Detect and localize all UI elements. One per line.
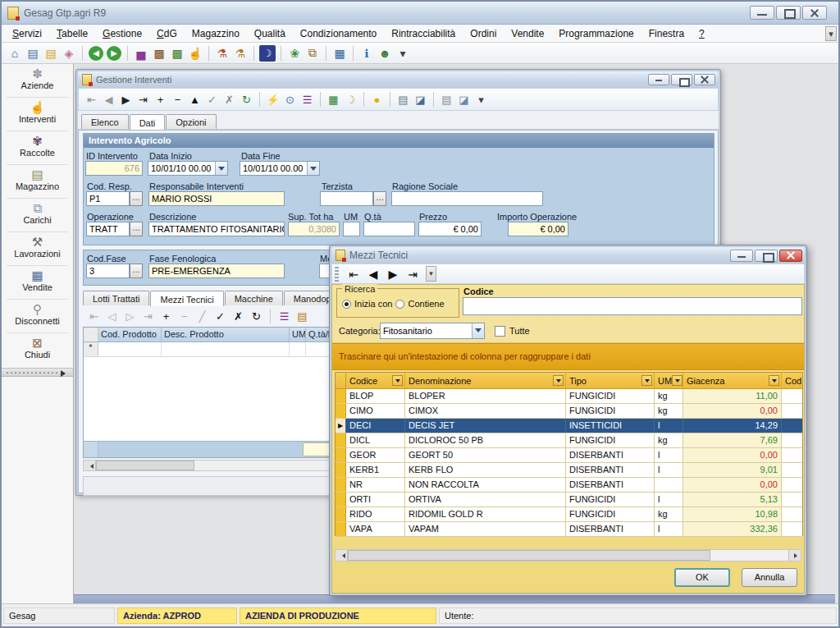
subtab-mezzitecnici[interactable]: Mezzi Tecnici	[150, 291, 223, 306]
mezzi-grid-row[interactable]: ORTIORTIVAFUNGICIDIl5,13	[336, 493, 802, 507]
terzista-lookup-button[interactable]: …	[373, 191, 386, 206]
dlg-prev-icon[interactable]: ◀	[365, 266, 381, 282]
tab-elenco[interactable]: Elenco	[81, 114, 129, 129]
filter-dropdown-icon[interactable]	[641, 375, 652, 386]
sidebar-splitter[interactable]	[2, 368, 73, 377]
descrizione-input[interactable]: TRATTAMENTO FITOSANITARIO	[148, 222, 285, 236]
row-add-icon[interactable]: +	[158, 309, 174, 324]
info-icon[interactable]: ℹ	[358, 45, 375, 62]
gestione-titlebar[interactable]: Gestione Interventi	[78, 71, 719, 88]
maximize-icon[interactable]	[755, 250, 778, 262]
plants-icon[interactable]: ❀	[286, 45, 303, 62]
cod-fase-input[interactable]: 3	[86, 264, 130, 278]
menu-item-magazzino[interactable]: Magazzino	[185, 25, 247, 42]
column-header-codice[interactable]: Codice	[346, 373, 405, 388]
cod-fase-lookup-button[interactable]: …	[130, 264, 143, 278]
responsabile-input[interactable]: MARIO ROSSI	[148, 191, 285, 206]
row-edit-icon[interactable]: ╱	[194, 309, 210, 324]
record-first-icon[interactable]: ⇤	[84, 92, 99, 108]
dialog-hscrollbar[interactable]	[335, 549, 801, 562]
terzista-input[interactable]	[320, 191, 373, 206]
column-header-um[interactable]: UM	[655, 373, 683, 388]
column-header-codprodotto[interactable]: Cod. Prodotto	[98, 328, 162, 342]
sidebar-item-lavorazioni[interactable]: ⚒Lavorazioni	[2, 232, 73, 265]
sidebar-item-magazzino[interactable]: ▤Magazzino	[2, 165, 73, 198]
row-cancel-icon[interactable]: ✗	[231, 309, 246, 324]
categoria-combo[interactable]: Fitosanitario	[380, 323, 485, 339]
column-header-cod[interactable]: Cod.	[782, 373, 802, 388]
data-inizio-combo[interactable]: 10/01/10 00.00	[148, 161, 228, 176]
fase-fenologica-input[interactable]: PRE-EMERGENZA	[148, 264, 285, 278]
mezzi-grid-row[interactable]: VAPAVAPAMDISERBANTIl332,36	[336, 522, 802, 537]
mezzi-grid-row[interactable]: NRNON RACCOLTADISERBANTI0,00	[336, 478, 802, 493]
menu-item-finestra[interactable]: Finestra	[641, 25, 692, 42]
row-prev-icon[interactable]: ◁	[104, 309, 120, 324]
column-header-denominazione[interactable]: Denominazione	[405, 373, 566, 388]
tab-opzioni[interactable]: Opzioni	[166, 114, 216, 129]
menubar-overflow-icon[interactable]: ▾	[825, 26, 837, 41]
row-sort-icon[interactable]: ☰	[276, 309, 292, 324]
radio-contiene[interactable]	[395, 300, 404, 309]
filter-dropdown-icon[interactable]	[769, 375, 779, 386]
add-record-icon[interactable]: +	[153, 92, 168, 108]
subtab-macchine[interactable]: Macchine	[225, 291, 283, 305]
dialog-titlebar[interactable]: Mezzi Tecnici	[331, 247, 805, 264]
tab-dati[interactable]: Dati	[130, 114, 166, 130]
id-intervento-input[interactable]: 676	[85, 161, 143, 176]
scroll-left-icon[interactable]	[84, 461, 96, 470]
sidebar-item-aziende[interactable]: ✽Aziende	[2, 64, 73, 97]
sidebar-item-carichi[interactable]: ⧉Carichi	[2, 199, 73, 231]
importo-input[interactable]: € 0,00	[508, 222, 568, 236]
sidebar-item-interventi[interactable]: ☝Interventi	[2, 98, 73, 131]
sidebar-item-raccolte[interactable]: ✾Raccolte	[2, 131, 73, 164]
print-preview-icon[interactable]: ◪	[413, 92, 428, 108]
mezzi-grid-row[interactable]: ▶DECIDECIS JETINSETTICIDIl14,29	[336, 419, 802, 433]
shipment-icon[interactable]: ⧉	[304, 45, 321, 62]
dlg-last-icon[interactable]: ⇥	[404, 266, 421, 282]
dlg-first-icon[interactable]: ⇤	[345, 266, 362, 282]
user-add-icon[interactable]: ☻	[377, 45, 393, 62]
data-fine-combo[interactable]: 10/01/10 00.00	[240, 161, 320, 176]
menu-item-tabelle[interactable]: Tabelle	[49, 25, 95, 42]
nav-forward-icon[interactable]: ▶	[107, 46, 121, 61]
scroll-left-icon[interactable]	[336, 550, 348, 561]
confirm-icon[interactable]: ✓	[204, 92, 220, 108]
menu-item-gestione[interactable]: Gestione	[95, 25, 149, 42]
menu-item-programmazione[interactable]: Programmazione	[551, 25, 641, 42]
cod-resp-lookup-button[interactable]: …	[130, 191, 143, 206]
menu-item-ordini[interactable]: Ordini	[463, 25, 504, 42]
chart-icon[interactable]: ▅	[133, 45, 149, 62]
toolbar-overflow-icon[interactable]: ▾	[473, 92, 489, 108]
cod-resp-input[interactable]: P1	[86, 191, 130, 206]
home-icon[interactable]: ⌂	[7, 45, 23, 62]
mezzi-grid-row[interactable]: DICLDICLOROC 50 PBFUNGICIDIkg7,69	[336, 433, 802, 448]
toolbar-overflow-icon[interactable]: ▾	[426, 266, 436, 282]
edit-record-icon[interactable]: ▲	[187, 92, 203, 108]
operazione-input[interactable]: TRATT	[86, 222, 130, 236]
tutte-checkbox[interactable]	[495, 326, 505, 337]
minimize-icon[interactable]	[750, 6, 774, 20]
sidebar-item-chiudi[interactable]: ⊠Chiudi	[2, 333, 73, 366]
filter-dropdown-icon[interactable]	[553, 375, 564, 386]
field-green-icon[interactable]: ▩	[169, 45, 185, 62]
scroll-thumb[interactable]	[96, 461, 194, 470]
menu-item-[interactable]: ?	[692, 25, 712, 42]
row-next-icon[interactable]: ▷	[122, 309, 138, 324]
record-next-icon[interactable]: ▶	[118, 92, 134, 108]
menu-item-vendite[interactable]: Vendite	[504, 25, 551, 42]
mezzi-grid-row[interactable]: RIDORIDOMIL GOLD RFUNGICIDIkg10,98	[336, 507, 802, 522]
annulla-button[interactable]: Annulla	[742, 568, 797, 587]
ragione-sociale-input[interactable]	[391, 191, 543, 206]
operazione-lookup-button[interactable]: …	[130, 222, 143, 236]
magazzino-icon[interactable]: ▤	[294, 309, 310, 324]
minimize-icon[interactable]	[648, 74, 669, 85]
prezzo-input[interactable]: € 0,00	[418, 222, 482, 236]
menu-item-condizionamento[interactable]: Condizionamento	[293, 25, 384, 42]
delete-record-icon[interactable]: −	[170, 92, 185, 108]
filter-icon[interactable]: ⚡	[265, 92, 281, 108]
sup-tot-input[interactable]: 0,3080	[288, 222, 340, 236]
save-icon[interactable]: ▤	[25, 45, 41, 62]
column-header-um[interactable]: UM	[290, 328, 306, 342]
mezzi-grid-row[interactable]: GEORGEORT 50DISERBANTIl0,00	[336, 448, 802, 463]
minimize-icon[interactable]	[730, 250, 753, 262]
